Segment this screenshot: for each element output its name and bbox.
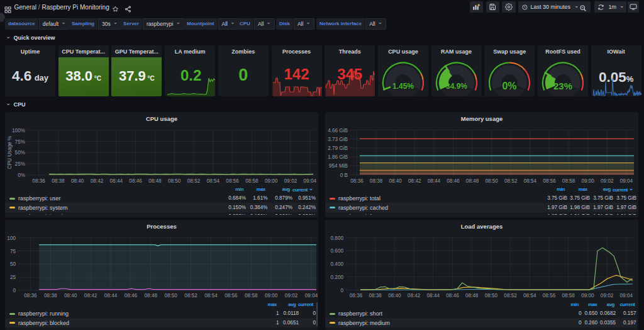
svg-text:08:54: 08:54	[204, 293, 218, 299]
svg-text:75: 75	[10, 249, 16, 254]
svg-text:08:52: 08:52	[187, 178, 201, 184]
svg-text:08:50: 08:50	[485, 293, 498, 299]
svg-text:08:52: 08:52	[504, 293, 517, 299]
svg-text:08:40: 08:40	[71, 178, 84, 184]
svg-text:08:54: 08:54	[207, 178, 220, 184]
svg-text:08:54: 08:54	[524, 178, 537, 184]
svg-text:08:36: 08:36	[350, 178, 364, 184]
svg-text:0%: 0%	[18, 173, 25, 178]
svg-text:09:02: 09:02	[601, 293, 614, 299]
svg-text:25%: 25%	[15, 161, 25, 167]
svg-text:50: 50	[10, 261, 16, 267]
svg-text:08:52: 08:52	[184, 293, 197, 299]
svg-text:08:46: 08:46	[125, 293, 138, 299]
svg-text:08:58: 08:58	[562, 293, 575, 299]
svg-text:2.79 GiB: 2.79 GiB	[328, 145, 348, 151]
svg-text:09:02: 09:02	[284, 178, 297, 184]
svg-text:08:50: 08:50	[168, 178, 181, 184]
svg-text:08:36: 08:36	[24, 293, 37, 299]
svg-text:09:00: 09:00	[265, 293, 278, 299]
svg-text:100: 100	[7, 236, 16, 241]
svg-text:08:56: 08:56	[225, 293, 238, 299]
svg-text:08:36: 08:36	[350, 293, 363, 299]
svg-text:50%: 50%	[15, 150, 25, 156]
svg-text:08:42: 08:42	[408, 178, 421, 184]
svg-text:0 B: 0 B	[340, 173, 348, 178]
svg-text:08:42: 08:42	[84, 293, 97, 299]
svg-text:100%: 100%	[12, 128, 25, 134]
svg-text:75%: 75%	[15, 139, 25, 145]
svg-text:08:44: 08:44	[428, 178, 441, 184]
svg-text:08:42: 08:42	[91, 178, 104, 184]
svg-text:25: 25	[10, 275, 16, 280]
svg-text:08:56: 08:56	[543, 178, 556, 184]
svg-text:08:44: 08:44	[427, 293, 440, 299]
svg-text:09:00: 09:00	[581, 293, 594, 299]
svg-text:09:02: 09:02	[601, 178, 614, 184]
svg-text:08:48: 08:48	[465, 293, 479, 299]
svg-text:3.73 GiB: 3.73 GiB	[328, 137, 348, 142]
svg-text:08:58: 08:58	[245, 178, 258, 184]
svg-text:08:52: 08:52	[504, 178, 518, 184]
svg-text:08:40: 08:40	[64, 293, 77, 299]
svg-text:08:56: 08:56	[226, 178, 239, 184]
svg-text:09:04: 09:04	[304, 178, 317, 184]
svg-text:08:38: 08:38	[44, 293, 57, 299]
svg-text:08:50: 08:50	[485, 178, 498, 184]
svg-text:0.800: 0.800	[331, 236, 344, 241]
svg-text:08:48: 08:48	[466, 178, 479, 184]
svg-text:0: 0	[340, 288, 343, 293]
svg-text:08:50: 08:50	[164, 293, 177, 299]
svg-text:0: 0	[13, 288, 16, 293]
svg-text:0.400: 0.400	[331, 261, 344, 267]
svg-text:CPU Usage %: CPU Usage %	[7, 136, 13, 169]
svg-text:08:46: 08:46	[446, 293, 459, 299]
svg-text:08:38: 08:38	[369, 293, 382, 299]
svg-text:08:56: 08:56	[543, 293, 556, 299]
svg-text:08:58: 08:58	[245, 293, 258, 299]
svg-text:08:48: 08:48	[145, 293, 158, 299]
svg-text:09:04: 09:04	[620, 293, 633, 299]
svg-text:09:00: 09:00	[581, 178, 594, 184]
svg-text:08:54: 08:54	[523, 293, 536, 299]
svg-text:23%: 23%	[553, 81, 572, 91]
svg-text:08:40: 08:40	[389, 178, 402, 184]
svg-text:4.66 GiB: 4.66 GiB	[328, 128, 348, 134]
svg-text:08:42: 08:42	[408, 293, 421, 299]
svg-text:954 MiB: 954 MiB	[329, 163, 348, 169]
svg-text:0%: 0%	[502, 81, 517, 91]
svg-text:0.200: 0.200	[331, 275, 344, 280]
svg-text:08:38: 08:38	[370, 178, 383, 184]
svg-text:08:58: 08:58	[562, 178, 575, 184]
svg-text:09:04: 09:04	[620, 178, 633, 184]
svg-text:08:44: 08:44	[110, 178, 123, 184]
svg-text:08:46: 08:46	[129, 178, 142, 184]
svg-text:08:38: 08:38	[52, 178, 65, 184]
svg-text:08:40: 08:40	[388, 293, 401, 299]
svg-text:1.86 GiB: 1.86 GiB	[328, 154, 348, 160]
svg-text:09:02: 09:02	[285, 293, 298, 299]
svg-text:1.45%: 1.45%	[392, 82, 414, 91]
svg-text:08:36: 08:36	[32, 178, 45, 184]
svg-text:0.600: 0.600	[331, 248, 344, 254]
svg-text:09:00: 09:00	[265, 178, 278, 184]
svg-text:08:46: 08:46	[447, 178, 460, 184]
svg-text:34.9%: 34.9%	[446, 82, 467, 91]
svg-text:08:44: 08:44	[104, 293, 118, 299]
svg-text:09:04: 09:04	[305, 293, 318, 299]
svg-text:08:48: 08:48	[148, 178, 162, 184]
